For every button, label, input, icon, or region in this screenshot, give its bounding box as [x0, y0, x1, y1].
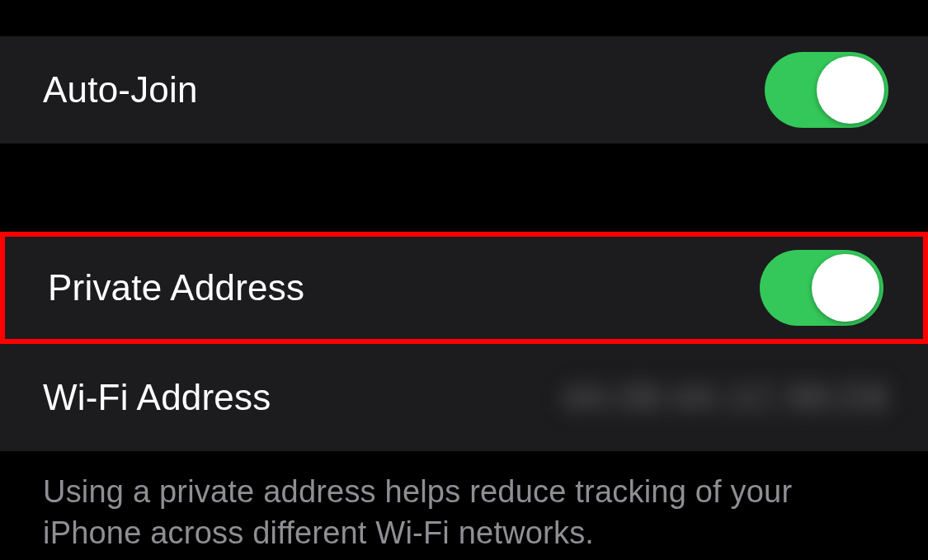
auto-join-toggle[interactable]	[765, 52, 888, 128]
private-address-toggle[interactable]	[760, 250, 883, 326]
toggle-knob-icon	[817, 56, 884, 124]
private-address-group: Private Address Wi-Fi Address 4A:08:4A:1…	[0, 232, 928, 451]
section-spacer-mid	[0, 144, 928, 232]
wifi-address-row: Wi-Fi Address 4A:08:4A:1C:98:D8	[0, 344, 928, 451]
private-address-row: Private Address	[5, 237, 923, 339]
private-address-label: Private Address	[48, 267, 304, 308]
toggle-knob-icon	[812, 254, 879, 322]
auto-join-label: Auto-Join	[43, 69, 198, 111]
private-address-footer: Using a private address helps reduce tra…	[0, 451, 928, 553]
auto-join-row: Auto-Join	[0, 36, 928, 144]
wifi-address-value: 4A:08:4A:1C:98:D8	[562, 377, 888, 418]
private-address-highlight: Private Address	[0, 232, 928, 344]
section-spacer-top	[0, 0, 928, 36]
auto-join-group: Auto-Join	[0, 36, 928, 144]
wifi-address-label: Wi-Fi Address	[43, 377, 271, 418]
